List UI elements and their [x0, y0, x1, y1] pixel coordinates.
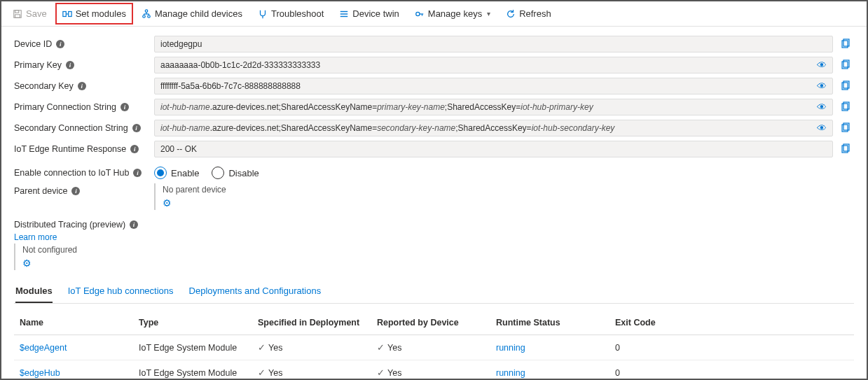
eye-icon[interactable]: 👁	[817, 101, 827, 113]
device-twin-label: Device twin	[352, 8, 399, 19]
info-icon[interactable]: i	[130, 145, 139, 153]
secondary-key-label: Secondary Keyi	[14, 78, 154, 94]
hierarchy-icon	[142, 9, 151, 19]
svg-point-6	[145, 9, 148, 12]
enable-conn-label: Enable connection to IoT Hubi	[14, 165, 154, 181]
copy-icon[interactable]	[840, 101, 851, 113]
eye-icon[interactable]: 👁	[817, 122, 827, 134]
manage-child-button[interactable]: Manage child devices	[135, 3, 249, 24]
svg-point-17	[416, 12, 420, 15]
info-icon[interactable]: i	[78, 82, 86, 90]
module-specified: ✓Yes	[258, 342, 377, 353]
module-type: IoT Edge System Module	[139, 343, 258, 353]
manage-keys-label: Manage keys	[428, 8, 482, 19]
device-id-label: Device IDi	[14, 36, 154, 52]
primary-conn-label: Primary Connection Stringi	[14, 99, 154, 115]
module-reported: ✓Yes	[377, 342, 496, 353]
primary-key-label: Primary Keyi	[14, 57, 154, 73]
not-configured-text: Not configured	[22, 245, 847, 255]
svg-point-8	[148, 15, 151, 17]
info-icon[interactable]: i	[130, 220, 138, 229]
copy-icon[interactable]	[840, 38, 851, 50]
device-id-field[interactable]: iotedgegpu	[154, 36, 833, 52]
module-exit: 0	[615, 368, 727, 378]
info-icon[interactable]: i	[56, 40, 64, 48]
device-twin-icon	[339, 9, 349, 19]
module-link[interactable]: $edgeHub	[20, 368, 60, 378]
gear-icon[interactable]: ⚙	[163, 197, 172, 209]
check-icon: ✓	[258, 343, 266, 353]
check-icon: ✓	[377, 343, 385, 353]
col-exit: Exit Code	[615, 318, 727, 328]
col-type: Type	[139, 318, 258, 328]
gear-icon[interactable]: ⚙	[22, 258, 32, 269]
chevron-down-icon: ▾	[487, 10, 490, 17]
info-icon[interactable]: i	[132, 124, 141, 132]
table-row: $edgeAgent IoT Edge System Module ✓Yes ✓…	[14, 335, 854, 360]
device-twin-button[interactable]: Device twin	[332, 3, 406, 24]
module-status[interactable]: running	[496, 343, 525, 353]
module-specified: ✓Yes	[258, 367, 377, 378]
svg-rect-4	[68, 11, 71, 16]
secondary-key-field[interactable]: ffffffff-5a5a-6b6b-7c7c-888888888888👁	[154, 78, 833, 94]
svg-rect-1	[15, 10, 19, 13]
save-label: Save	[26, 8, 47, 19]
module-link[interactable]: $edgeAgent	[20, 343, 67, 353]
module-exit: 0	[615, 343, 727, 353]
primary-key-field[interactable]: aaaaaaaa-0b0b-1c1c-2d2d-333333333333👁	[154, 57, 833, 73]
svg-rect-2	[15, 14, 20, 17]
check-icon: ✓	[258, 368, 266, 378]
copy-icon[interactable]	[840, 122, 851, 134]
save-icon	[13, 9, 22, 19]
info-icon[interactable]: i	[120, 103, 129, 111]
enable-radio[interactable]: Enable	[154, 167, 199, 179]
copy-icon[interactable]	[840, 80, 851, 92]
enable-conn-radio-group: Enable Disable	[154, 162, 259, 183]
troubleshoot-icon	[258, 9, 268, 19]
svg-rect-3	[63, 11, 66, 16]
modules-icon	[62, 9, 72, 19]
secondary-conn-label: Secondary Connection Stringi	[14, 120, 154, 136]
info-icon[interactable]: i	[66, 61, 74, 69]
check-icon: ✓	[377, 368, 385, 378]
svg-point-7	[143, 15, 146, 17]
disable-radio[interactable]: Disable	[212, 167, 259, 179]
tabs: Modules IoT Edge hub connections Deploym…	[14, 280, 854, 304]
set-modules-button[interactable]: Set modules	[55, 3, 133, 24]
info-icon[interactable]: i	[71, 187, 80, 195]
parent-device-label: Parent devicei	[14, 183, 154, 199]
manage-child-label: Manage child devices	[155, 8, 242, 19]
troubleshoot-button[interactable]: Troubleshoot	[251, 3, 331, 24]
tab-modules[interactable]: Modules	[15, 280, 53, 303]
dist-tracing-label: Distributed Tracing (preview)i	[14, 217, 854, 232]
form-area: Device IDi iotedgegpu Primary Keyi aaaaa…	[1, 27, 867, 380]
tracing-config-block: Not configured ⚙	[14, 244, 854, 270]
tab-hub-connections[interactable]: IoT Edge hub connections	[68, 280, 174, 303]
eye-icon[interactable]: 👁	[817, 80, 827, 92]
col-name: Name	[20, 318, 139, 328]
eye-icon[interactable]: 👁	[817, 59, 827, 71]
runtime-resp-label: IoT Edge Runtime Responsei	[14, 141, 154, 157]
module-type: IoT Edge System Module	[139, 368, 258, 378]
modules-grid: Name Type Specified in Deployment Report…	[14, 311, 854, 380]
copy-icon[interactable]	[840, 143, 851, 155]
toolbar: Save Set modules Manage child devices Tr…	[1, 1, 867, 27]
learn-more-link[interactable]: Learn more	[14, 232, 854, 242]
tab-deployments[interactable]: Deployments and Configurations	[189, 280, 322, 303]
secondary-conn-field[interactable]: iot-hub-name.azure-devices.net;SharedAcc…	[154, 120, 833, 136]
set-modules-label: Set modules	[76, 8, 126, 19]
runtime-resp-field[interactable]: 200 -- OK	[154, 141, 833, 157]
module-status[interactable]: running	[496, 368, 525, 378]
no-parent-text: No parent device	[163, 185, 226, 195]
info-icon[interactable]: i	[133, 169, 142, 177]
parent-device-block: No parent device ⚙	[154, 183, 233, 210]
primary-conn-field[interactable]: iot-hub-name.azure-devices.net;SharedAcc…	[154, 99, 833, 115]
save-button[interactable]: Save	[6, 3, 54, 24]
manage-keys-button[interactable]: Manage keys ▾	[408, 3, 497, 24]
refresh-button[interactable]: Refresh	[499, 3, 558, 24]
keys-icon	[415, 9, 425, 19]
table-row: $edgeHub IoT Edge System Module ✓Yes ✓Ye…	[14, 360, 854, 380]
troubleshoot-label: Troubleshoot	[271, 8, 324, 19]
copy-icon[interactable]	[840, 59, 851, 71]
module-reported: ✓Yes	[377, 367, 496, 378]
